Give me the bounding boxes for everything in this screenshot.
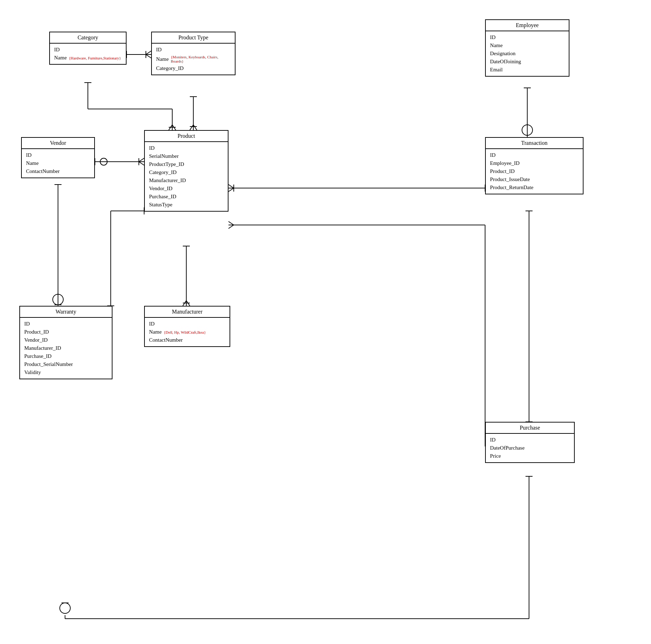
svg-line-8 — [193, 125, 197, 130]
svg-point-51 — [60, 603, 70, 613]
entity-warranty-title: Warranty — [20, 307, 112, 318]
attr-emp-name: Name — [490, 41, 565, 50]
svg-line-20 — [139, 158, 144, 162]
attr-war-mfr-id: Manufacturer_ID — [24, 344, 108, 352]
attr-prod-status: StatusType — [149, 201, 224, 209]
attr-pur-date: DateOfPurchase — [490, 444, 570, 452]
entity-employee: Employee ID Name Designation DateOfJoini… — [485, 19, 569, 77]
attr-emp-email: Email — [490, 66, 565, 74]
attr-prod-pt-id: ProductType_ID — [149, 160, 224, 168]
attr-prod-mfr-id: Manufacturer_ID — [149, 176, 224, 185]
attr-category-name: Name {Hardware, Furniture,Stationary} — [54, 54, 122, 62]
attr-mfr-id: ID — [149, 320, 225, 328]
attr-prod-id: ID — [149, 144, 224, 152]
attr-war-purchase-id: Purchase_ID — [24, 352, 108, 360]
attr-txn-emp-id: Employee_ID — [490, 159, 579, 167]
attr-emp-designation: Designation — [490, 50, 565, 58]
attr-pur-price: Price — [490, 452, 570, 460]
svg-line-14 — [169, 125, 172, 130]
attr-mfr-contact: ContactNumber — [149, 336, 225, 344]
attr-pt-name: Name {Moniters, Keyboards, Chairs, Board… — [156, 54, 231, 64]
attr-vendor-name: Name — [26, 159, 90, 167]
entity-manufacturer: Manufacturer ID Name {Dell, Hp, WildCraf… — [144, 306, 230, 347]
entity-category: Category ID Name {Hardware, Furniture,St… — [49, 32, 127, 65]
attr-txn-prod-id: Product_ID — [490, 167, 579, 175]
entity-warranty: Warranty ID Product_ID Vendor_ID Manufac… — [19, 306, 112, 379]
erd-diagram: Category ID Name {Hardware, Furniture,St… — [0, 0, 651, 644]
svg-line-15 — [172, 125, 176, 130]
entity-product: Product ID SerialNumber ProductType_ID C… — [144, 130, 228, 212]
attr-mfr-name: Name {Dell, Hp, WildCraft,Ikea} — [149, 328, 225, 336]
attr-war-vendor-id: Vendor_ID — [24, 336, 108, 344]
svg-line-56 — [228, 225, 234, 228]
attr-pt-id: ID — [156, 46, 231, 54]
attr-war-serial: Product_SerialNumber — [24, 360, 108, 368]
entity-product-title: Product — [145, 131, 228, 142]
attr-prod-serial: SerialNumber — [149, 152, 224, 160]
svg-line-7 — [190, 125, 193, 130]
entity-employee-title: Employee — [486, 20, 569, 31]
entity-purchase-title: Purchase — [486, 423, 574, 434]
attr-prod-cat-id: Category_ID — [149, 168, 224, 176]
svg-line-1 — [146, 51, 151, 54]
svg-point-25 — [522, 125, 533, 135]
attr-txn-return-date: Product_ReturnDate — [490, 183, 579, 192]
svg-line-33 — [183, 301, 186, 306]
entity-transaction: Transaction ID Employee_ID Product_ID Pr… — [485, 137, 584, 194]
entity-manufacturer-title: Manufacturer — [145, 307, 230, 318]
svg-line-27 — [228, 185, 234, 188]
attr-emp-id: ID — [490, 33, 565, 41]
svg-line-34 — [186, 301, 190, 306]
attr-war-validity: Validity — [24, 368, 108, 376]
entity-category-title: Category — [50, 32, 126, 44]
attr-txn-issue-date: Product_IssueDate — [490, 175, 579, 183]
entity-transaction-title: Transaction — [486, 138, 583, 149]
entity-vendor-title: Vendor — [22, 138, 94, 149]
entity-purchase: Purchase ID DateOfPurchase Price — [485, 422, 575, 463]
attr-pur-id: ID — [490, 436, 570, 444]
svg-point-38 — [53, 294, 63, 305]
entity-vendor: Vendor ID Name ContactNumber — [21, 137, 95, 178]
attr-prod-purchase-id: Purchase_ID — [149, 193, 224, 201]
attr-vendor-contact: ContactNumber — [26, 167, 90, 175]
entity-product-type: Product Type ID Name {Moniters, Keyboard… — [151, 32, 236, 75]
attr-category-id: ID — [54, 46, 122, 54]
svg-line-55 — [228, 221, 234, 225]
entity-product-type-title: Product Type — [152, 32, 235, 44]
attr-war-id: ID — [24, 320, 108, 328]
attr-vendor-id: ID — [26, 151, 90, 159]
attr-emp-doj: DateOfJoining — [490, 58, 565, 66]
svg-point-19 — [100, 158, 107, 165]
svg-line-2 — [146, 54, 151, 58]
attr-war-prod-id: Product_ID — [24, 328, 108, 336]
svg-line-28 — [228, 188, 234, 192]
attr-pt-category-id: Category_ID — [156, 64, 231, 72]
svg-line-21 — [139, 162, 144, 165]
attr-prod-vendor-id: Vendor_ID — [149, 185, 224, 193]
attr-txn-id: ID — [490, 151, 579, 159]
